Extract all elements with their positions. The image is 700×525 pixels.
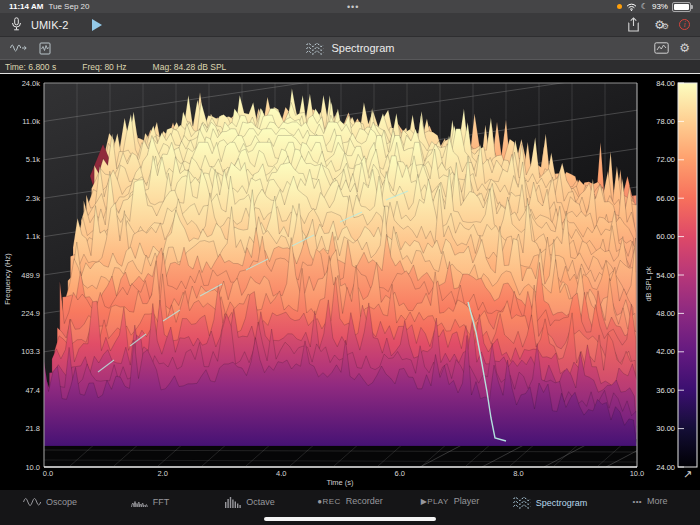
gear-icon[interactable]: ⚙ — [679, 42, 690, 54]
spectrogram-3d-chart[interactable]: 24.0k11.0k5.1k2.3k1.1k489.9224.9103.347.… — [0, 74, 700, 490]
time-tick-label: 6.0 — [395, 469, 405, 478]
waveform-route-icon[interactable] — [10, 42, 27, 54]
level-tick-label: 24.00 — [656, 463, 675, 472]
level-tick-label: 54.00 — [656, 271, 675, 280]
clock: 11:14 AM — [9, 2, 43, 11]
spectrogram-icon — [306, 42, 324, 55]
tab-player[interactable]: ▶PLAY Player — [400, 496, 500, 506]
page-title: Spectrogram — [332, 42, 395, 54]
level-tick-label: 36.00 — [656, 386, 675, 395]
freq-tick-label: 489.9 — [21, 271, 40, 280]
expand-arrow-icon[interactable]: ↗ — [683, 468, 692, 480]
freq-tick-label: 103.3 — [21, 347, 40, 356]
y-axis-title: Frequency (Hz) — [3, 253, 12, 305]
chart-window-icon[interactable] — [654, 42, 669, 54]
level-tick-label: 66.00 — [656, 194, 675, 203]
level-tick-label: 42.00 — [656, 347, 675, 356]
time-tick-label: 2.0 — [157, 469, 167, 478]
play-icon: ▶PLAY — [421, 497, 449, 506]
date: Tue Sep 20 — [48, 2, 89, 11]
rec-icon: ●REC — [317, 497, 340, 506]
level-tick-label: 30.00 — [656, 424, 675, 433]
dnd-moon-icon: ☾ — [641, 3, 648, 11]
level-tick-label: 78.00 — [656, 117, 675, 126]
snapshot-icon[interactable] — [39, 42, 51, 55]
readout-mag: Mag: 84.28 dB SPL — [153, 62, 227, 72]
time-tick-label: 4.0 — [276, 469, 286, 478]
tab-spectrogram[interactable]: Spectrogram — [500, 496, 600, 509]
tab-more[interactable]: ••• More — [600, 496, 700, 506]
colorbar-title: dB SPL pk — [644, 266, 653, 301]
status-bar: 11:14 AM Tue Sep 20 ••• ☾ 93% — [0, 0, 700, 13]
freq-tick-label: 24.0k — [22, 79, 41, 88]
freq-tick-label: 21.8 — [25, 424, 40, 433]
tab-recorder[interactable]: ●REC Recorder — [300, 496, 400, 506]
freq-tick-label: 10.0 — [25, 463, 40, 472]
tab-fft[interactable]: FFT — [100, 496, 200, 508]
wifi-icon — [626, 3, 637, 11]
microphone-icon[interactable] — [10, 17, 23, 32]
freq-tick-label: 5.1k — [26, 155, 40, 164]
play-button[interactable] — [92, 19, 102, 31]
time-tick-label: 8.0 — [513, 469, 523, 478]
cursor-readout: Time: 6.800 s Freq: 80 Hz Mag: 84.28 dB … — [0, 60, 700, 74]
sine-wave-icon — [23, 496, 41, 508]
mic-in-use-icon — [617, 4, 622, 9]
share-icon[interactable] — [627, 17, 640, 32]
tab-oscope[interactable]: Oscope — [0, 496, 100, 508]
settings-gears-icon[interactable]: ⚙⚙ — [654, 19, 665, 31]
level-tick-label: 60.00 — [656, 232, 675, 241]
level-tick-label: 84.00 — [656, 79, 675, 88]
ellipsis-icon: ••• — [632, 497, 642, 506]
readout-freq: Freq: 80 Hz — [82, 62, 126, 72]
level-tick-label: 48.00 — [656, 309, 675, 318]
bars-icon — [225, 496, 241, 508]
readout-time: Time: 6.800 s — [5, 62, 56, 72]
freq-tick-label: 47.4 — [25, 386, 40, 395]
spectrogram-icon — [513, 496, 531, 509]
app-window: 11:14 AM Tue Sep 20 ••• ☾ 93% UMIK-2 — [0, 0, 700, 525]
freq-tick-label: 11.0k — [22, 117, 40, 126]
level-tick-label: 72.00 — [656, 155, 675, 164]
home-indicator[interactable] — [264, 517, 436, 521]
freq-tick-label: 1.1k — [26, 232, 40, 241]
battery-percent: 93% — [652, 2, 668, 11]
device-name[interactable]: UMIK-2 — [31, 19, 68, 31]
time-tick-label: 0.0 — [43, 469, 53, 478]
battery-icon — [672, 2, 691, 12]
fft-peaks-icon — [131, 496, 148, 508]
device-toolbar: UMIK-2 ⚙⚙ i — [0, 13, 700, 37]
multitask-handle[interactable]: ••• — [347, 4, 359, 10]
x-axis-title: Time (s) — [326, 478, 354, 487]
freq-tick-label: 2.3k — [26, 194, 40, 203]
freq-tick-label: 224.9 — [21, 309, 40, 318]
time-tick-label: 10.0 — [630, 469, 645, 478]
tab-octave[interactable]: Octave — [200, 496, 300, 508]
info-icon[interactable]: i — [679, 19, 690, 30]
module-toolbar: Spectrogram ⚙ — [0, 37, 700, 60]
